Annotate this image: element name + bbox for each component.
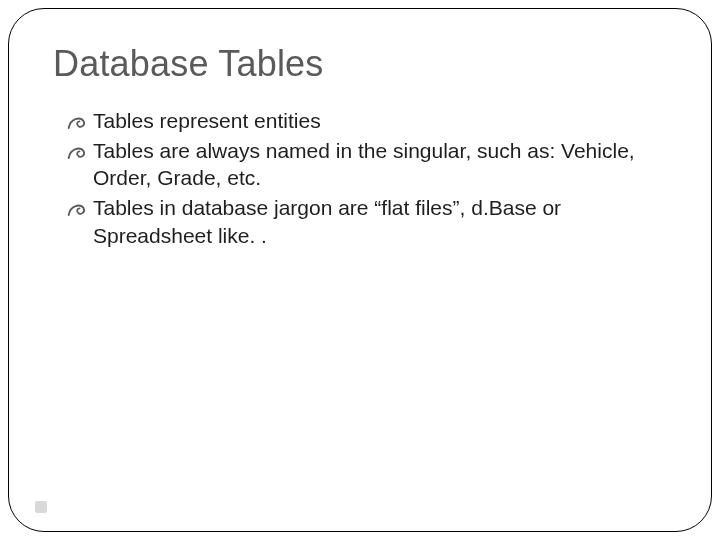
swirl-icon bbox=[67, 198, 87, 216]
swirl-icon bbox=[67, 141, 87, 159]
list-item: Tables represent entities bbox=[69, 107, 667, 135]
bullet-text: Tables represent entities bbox=[93, 109, 321, 132]
bullet-text: Tables in database jargon are “flat file… bbox=[93, 196, 561, 247]
bullet-list: Tables represent entities Tables are alw… bbox=[53, 107, 667, 250]
bullet-text: Tables are always named in the singular,… bbox=[93, 139, 635, 190]
list-item: Tables in database jargon are “flat file… bbox=[69, 194, 667, 249]
slide-title: Database Tables bbox=[53, 43, 667, 85]
list-item: Tables are always named in the singular,… bbox=[69, 137, 667, 192]
corner-decoration bbox=[35, 501, 47, 513]
slide-frame: Database Tables Tables represent entitie… bbox=[8, 8, 712, 532]
swirl-icon bbox=[67, 111, 87, 129]
